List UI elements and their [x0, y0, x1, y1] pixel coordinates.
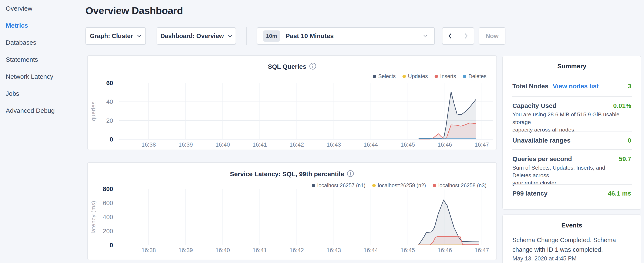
- legend-dot-icon: [434, 75, 438, 78]
- legend-item: Selects: [373, 73, 396, 79]
- legend-label: Selects: [378, 73, 396, 79]
- summary-row-capacity-used: Capacity Used 0.01%: [512, 102, 631, 109]
- svg-text:16:40: 16:40: [216, 141, 230, 148]
- chevron-down-icon: [137, 35, 142, 38]
- svg-text:600: 600: [103, 200, 113, 206]
- events-title: Events: [503, 222, 641, 229]
- svg-text:16:44: 16:44: [364, 141, 378, 148]
- divider: [512, 96, 632, 97]
- svg-text:60: 60: [106, 80, 113, 86]
- sidebar-item-metrics[interactable]: Metrics: [0, 17, 85, 34]
- events-panel: Events Schema Change Completed: Schema c…: [502, 214, 641, 263]
- dashboard-dropdown[interactable]: Dashboard: Overview: [157, 27, 236, 45]
- divider: [512, 184, 632, 185]
- svg-text:16:43: 16:43: [326, 247, 341, 253]
- legend-dot-icon: [373, 75, 376, 78]
- info-icon[interactable]: [347, 170, 354, 178]
- page-title: Overview Dashboard: [86, 5, 183, 16]
- svg-text:400: 400: [103, 214, 113, 220]
- legend-label: Deletes: [468, 73, 486, 79]
- view-nodes-list-link[interactable]: View nodes list: [552, 83, 598, 90]
- sidebar-item-network-latency[interactable]: Network Latency: [0, 68, 85, 85]
- legend-label: Inserts: [440, 73, 456, 79]
- chart-title: Service Latency: SQL, 99th percentile: [230, 170, 344, 178]
- svg-text:16:42: 16:42: [290, 141, 304, 148]
- svg-text:16:43: 16:43: [326, 141, 341, 148]
- now-button[interactable]: Now: [479, 27, 506, 45]
- toolbar-divider: [246, 27, 247, 45]
- time-step-back-button[interactable]: [442, 28, 458, 44]
- sidebar-item-jobs[interactable]: Jobs: [0, 85, 85, 102]
- summary-row-total-nodes: Total Nodes View nodes list 3: [512, 83, 631, 90]
- chevron-left-icon: [447, 32, 453, 40]
- legend-dot-icon: [402, 75, 406, 78]
- svg-text:16:38: 16:38: [142, 247, 156, 253]
- svg-text:16:42: 16:42: [290, 247, 304, 253]
- svg-text:800: 800: [103, 185, 113, 192]
- sidebar: Overview Metrics Databases Statements Ne…: [0, 0, 85, 263]
- summary-row-queries-per-second: Queries per second 59.7: [512, 155, 631, 163]
- time-step-forward-button[interactable]: [458, 28, 474, 44]
- chevron-right-icon: [463, 32, 469, 40]
- svg-text:16:45: 16:45: [400, 247, 415, 253]
- svg-text:0: 0: [110, 136, 113, 143]
- summary-row-value: 3: [628, 83, 631, 90]
- event-item-text[interactable]: Schema Change Completed: Schema change w…: [512, 235, 621, 254]
- time-step-buttons: [442, 27, 474, 45]
- summary-row-value: 0.01%: [613, 102, 631, 109]
- sql-queries-plot: 16:3816:3916:4016:4116:4216:4316:4416:45…: [88, 80, 496, 150]
- summary-row-label: Unavailable ranges: [512, 137, 570, 144]
- svg-text:16:44: 16:44: [364, 247, 378, 253]
- divider: [512, 131, 632, 132]
- svg-text:16:40: 16:40: [216, 247, 230, 253]
- summary-row-value: 0: [628, 137, 631, 144]
- summary-row-subtext: Sum of Selects, Updates, Inserts, and De…: [512, 164, 624, 187]
- summary-row-subtext: You are using 28.6 MiB of 515.9 GiB usab…: [512, 111, 624, 134]
- summary-row-label: Queries per second: [512, 155, 572, 163]
- summary-row-label: Total Nodes: [512, 83, 548, 90]
- summary-row-label: Capacity Used: [512, 102, 556, 109]
- sidebar-item-statements[interactable]: Statements: [0, 51, 85, 68]
- graph-dropdown-label: Graph: Cluster: [90, 33, 133, 40]
- svg-text:16:39: 16:39: [178, 141, 193, 148]
- svg-text:16:46: 16:46: [438, 141, 452, 148]
- chevron-down-icon: [423, 35, 428, 38]
- svg-text:0: 0: [110, 242, 113, 248]
- chart-legend: SelectsUpdatesInsertsDeletes: [373, 73, 486, 79]
- sql-queries-chart-card: SQL Queries SelectsUpdatesInsertsDeletes…: [87, 55, 497, 150]
- divider: [512, 149, 632, 150]
- sidebar-item-overview[interactable]: Overview: [0, 0, 85, 17]
- svg-text:16:41: 16:41: [252, 141, 267, 148]
- sidebar-item-databases[interactable]: Databases: [0, 34, 85, 51]
- legend-item: Inserts: [434, 73, 456, 79]
- service-latency-plot: 16:3816:3916:4016:4116:4216:4316:4416:45…: [88, 185, 496, 260]
- service-latency-chart-card: Service Latency: SQL, 99th percentile lo…: [87, 162, 497, 260]
- summary-row-p99-latency: P99 latency 46.1 ms: [512, 190, 631, 197]
- summary-title: Summary: [503, 63, 641, 70]
- chart-title: SQL Queries: [268, 63, 306, 70]
- graph-dropdown[interactable]: Graph: Cluster: [86, 27, 146, 45]
- dashboard-dropdown-label: Dashboard: Overview: [160, 33, 224, 40]
- legend-dot-icon: [463, 75, 466, 78]
- svg-text:latency (ms): latency (ms): [90, 201, 96, 233]
- info-icon[interactable]: [309, 63, 316, 71]
- chevron-down-icon: [228, 35, 232, 38]
- summary-row-unavailable-ranges: Unavailable ranges 0: [512, 137, 631, 144]
- legend-label: Updates: [408, 73, 428, 79]
- summary-row-label: P99 latency: [512, 190, 548, 197]
- legend-item: Deletes: [463, 73, 486, 79]
- event-item-timestamp: May 13, 2020 at 4:45 PM: [512, 255, 576, 262]
- time-window-label: Past 10 Minutes: [286, 32, 334, 40]
- svg-text:200: 200: [103, 228, 113, 234]
- svg-text:20: 20: [106, 117, 113, 124]
- time-window-badge: 10m: [263, 31, 280, 42]
- svg-text:40: 40: [106, 98, 113, 105]
- time-window-selector[interactable]: 10m Past 10 Minutes: [257, 27, 435, 45]
- summary-row-value: 46.1 ms: [608, 190, 631, 197]
- sidebar-item-advanced-debug[interactable]: Advanced Debug: [0, 102, 85, 119]
- svg-text:queries: queries: [90, 101, 96, 121]
- svg-text:16:38: 16:38: [142, 141, 156, 148]
- svg-text:16:39: 16:39: [178, 247, 193, 253]
- legend-item: Updates: [402, 73, 428, 79]
- svg-text:16:41: 16:41: [252, 247, 267, 253]
